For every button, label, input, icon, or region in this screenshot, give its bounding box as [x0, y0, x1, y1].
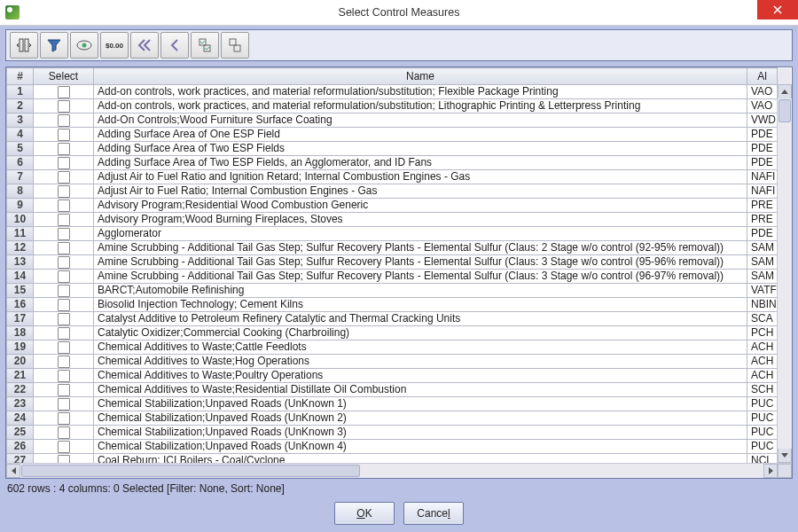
- checkbox[interactable]: [58, 185, 70, 198]
- table-row[interactable]: 20Chemical Additives to Waste;Hog Operat…: [7, 355, 792, 369]
- row-select-cell[interactable]: [34, 312, 94, 326]
- checkbox[interactable]: [58, 143, 70, 155]
- col-header-number[interactable]: #: [7, 68, 34, 85]
- table-row[interactable]: 25Chemical Stabilization;Unpaved Roads (…: [7, 426, 792, 440]
- table-row[interactable]: 22Chemical Additives to Waste;Residentia…: [7, 383, 792, 397]
- table-row[interactable]: 3Add-On Controls;Wood Furniture Surface …: [7, 113, 792, 128]
- checkbox[interactable]: [58, 157, 70, 169]
- row-select-cell[interactable]: [34, 355, 94, 369]
- row-select-cell[interactable]: [34, 440, 94, 454]
- checkbox[interactable]: [58, 242, 70, 254]
- row-select-cell[interactable]: [34, 397, 94, 411]
- table-row[interactable]: 18Catalytic Oxidizer;Commercial Cooking …: [7, 326, 792, 340]
- col-header-abbr[interactable]: Al: [747, 68, 778, 85]
- row-select-cell[interactable]: [34, 369, 94, 383]
- row-select-cell[interactable]: [34, 128, 94, 142]
- checkbox[interactable]: [58, 327, 70, 340]
- hscroll-thumb[interactable]: [21, 465, 360, 477]
- table-row[interactable]: 7Adjust Air to Fuel Ratio and Ignition R…: [7, 170, 792, 184]
- row-select-cell[interactable]: [34, 270, 94, 284]
- checkbox[interactable]: [58, 114, 70, 127]
- checkbox[interactable]: [58, 256, 70, 269]
- table-row[interactable]: 17Catalyst Additive to Petroleum Refiner…: [7, 312, 792, 326]
- checkbox[interactable]: [58, 129, 70, 141]
- prev-page-button[interactable]: [160, 32, 189, 59]
- row-select-cell[interactable]: [34, 142, 94, 156]
- row-select-cell[interactable]: [34, 241, 94, 255]
- checkbox[interactable]: [58, 441, 70, 453]
- row-select-cell[interactable]: [34, 298, 94, 312]
- table-row[interactable]: 11AgglomeratorPDE: [7, 227, 792, 241]
- row-select-cell[interactable]: [34, 326, 94, 340]
- row-select-cell[interactable]: [34, 454, 94, 464]
- format-button[interactable]: $0.00: [100, 32, 129, 59]
- table-row[interactable]: 8Adjust Air to Fuel Ratio; Internal Comb…: [7, 184, 792, 199]
- checkbox[interactable]: [58, 370, 70, 382]
- expand-columns-button[interactable]: [10, 32, 38, 59]
- checkbox[interactable]: [58, 100, 70, 113]
- table-row[interactable]: 4Adding Surface Area of One ESP FieldPDE: [7, 128, 792, 142]
- table-row[interactable]: 19Chemical Additives to Waste;Cattle Fee…: [7, 340, 792, 355]
- table-row[interactable]: 9Advisory Program;Residential Wood Combu…: [7, 199, 792, 213]
- row-select-cell[interactable]: [34, 340, 94, 355]
- row-select-cell[interactable]: [34, 156, 94, 170]
- checkbox[interactable]: [58, 426, 70, 439]
- row-select-cell[interactable]: [34, 99, 94, 113]
- scroll-down-button[interactable]: [778, 449, 792, 463]
- row-select-cell[interactable]: [34, 184, 94, 199]
- table-row[interactable]: 21Chemical Additives to Waste;Poultry Op…: [7, 369, 792, 383]
- checkbox[interactable]: [58, 455, 70, 463]
- checkbox[interactable]: [58, 214, 70, 226]
- checkbox[interactable]: [58, 228, 70, 240]
- deselect-all-button[interactable]: [221, 32, 249, 59]
- row-select-cell[interactable]: [34, 170, 94, 184]
- col-header-select[interactable]: Select: [34, 68, 94, 85]
- horizontal-scrollbar[interactable]: [6, 463, 792, 478]
- table-row[interactable]: 16Biosolid Injection Technology; Cement …: [7, 298, 792, 312]
- row-select-cell[interactable]: [34, 213, 94, 227]
- checkbox[interactable]: [58, 270, 70, 283]
- checkbox[interactable]: [58, 299, 70, 311]
- vertical-scrollbar[interactable]: [777, 84, 792, 463]
- checkbox[interactable]: [58, 356, 70, 368]
- checkbox[interactable]: [58, 86, 70, 98]
- table-row[interactable]: 10Advisory Program;Wood Burning Fireplac…: [7, 213, 792, 227]
- checkbox[interactable]: [58, 412, 70, 425]
- cancel-button[interactable]: Cancel: [403, 502, 464, 525]
- checkbox[interactable]: [58, 200, 70, 212]
- table-row[interactable]: 13Amine Scrubbing - Additional Tail Gas …: [7, 255, 792, 270]
- row-select-cell[interactable]: [34, 383, 94, 397]
- checkbox[interactable]: [58, 398, 70, 411]
- scroll-left-button[interactable]: [6, 464, 20, 478]
- checkbox[interactable]: [58, 341, 70, 354]
- row-select-cell[interactable]: [34, 113, 94, 128]
- scroll-up-button[interactable]: [778, 84, 792, 98]
- first-page-button[interactable]: [130, 32, 159, 59]
- table-row[interactable]: 1Add-on controls, work practices, and ma…: [7, 85, 792, 99]
- row-select-cell[interactable]: [34, 426, 94, 440]
- checkbox[interactable]: [58, 313, 70, 325]
- row-select-cell[interactable]: [34, 411, 94, 426]
- checkbox[interactable]: [58, 384, 70, 396]
- table-row[interactable]: 12Amine Scrubbing - Additional Tail Gas …: [7, 241, 792, 255]
- table-row[interactable]: 14Amine Scrubbing - Additional Tail Gas …: [7, 270, 792, 284]
- checkbox[interactable]: [58, 285, 70, 297]
- table-row[interactable]: 24Chemical Stabilization;Unpaved Roads (…: [7, 411, 792, 426]
- select-all-button[interactable]: [191, 32, 219, 59]
- row-select-cell[interactable]: [34, 284, 94, 298]
- row-select-cell[interactable]: [34, 85, 94, 99]
- show-hide-button[interactable]: [70, 32, 98, 59]
- table-row[interactable]: 6Adding Surface Area of Two ESP Fields, …: [7, 156, 792, 170]
- filter-button[interactable]: [40, 32, 68, 59]
- table-row[interactable]: 23Chemical Stabilization;Unpaved Roads (…: [7, 397, 792, 411]
- close-button[interactable]: [757, 0, 798, 20]
- row-select-cell[interactable]: [34, 255, 94, 270]
- table-row[interactable]: 5Adding Surface Area of Two ESP FieldsPD…: [7, 142, 792, 156]
- checkbox[interactable]: [58, 171, 70, 184]
- ok-button[interactable]: OK: [334, 502, 395, 525]
- scroll-thumb[interactable]: [778, 99, 791, 122]
- row-select-cell[interactable]: [34, 227, 94, 241]
- table-row[interactable]: 26Chemical Stabilization;Unpaved Roads (…: [7, 440, 792, 454]
- scroll-right-button[interactable]: [763, 464, 778, 478]
- table-row[interactable]: 2Add-on controls, work practices, and ma…: [7, 99, 792, 113]
